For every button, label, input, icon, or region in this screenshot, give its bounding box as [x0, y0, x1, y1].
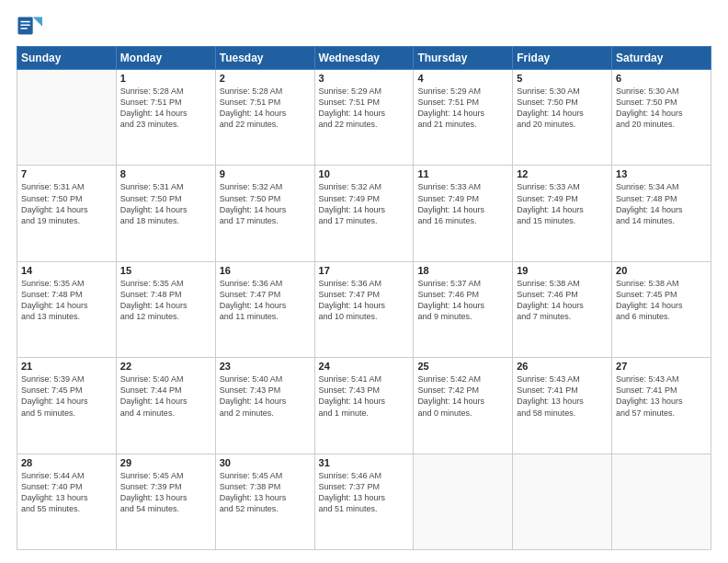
calendar-week-row: 28Sunrise: 5:44 AMSunset: 7:40 PMDayligh… [17, 454, 711, 549]
calendar-cell: 14Sunrise: 5:35 AMSunset: 7:48 PMDayligh… [17, 261, 117, 357]
calendar-cell: 17Sunrise: 5:36 AMSunset: 7:47 PMDayligh… [314, 261, 414, 357]
day-number: 25 [417, 361, 508, 372]
day-number: 26 [517, 361, 608, 372]
calendar-cell [414, 454, 513, 549]
cell-line: and 52 minutes. [220, 503, 311, 514]
calendar-cell: 4Sunrise: 5:29 AMSunset: 7:51 PMDaylight… [414, 70, 513, 166]
day-number: 17 [319, 265, 410, 276]
calendar-cell: 9Sunrise: 5:32 AMSunset: 7:50 PMDaylight… [215, 166, 314, 261]
cell-line: Sunset: 7:50 PM [616, 97, 707, 108]
cell-line: Daylight: 13 hours [220, 492, 311, 503]
calendar-cell: 13Sunrise: 5:34 AMSunset: 7:48 PMDayligh… [612, 166, 711, 261]
calendar-cell: 24Sunrise: 5:41 AMSunset: 7:43 PMDayligh… [314, 358, 414, 454]
cell-line: Sunset: 7:41 PM [517, 385, 608, 396]
cell-line: Daylight: 14 hours [319, 108, 410, 119]
day-number: 22 [120, 361, 211, 372]
calendar-cell: 26Sunrise: 5:43 AMSunset: 7:41 PMDayligh… [513, 358, 612, 454]
calendar-week-row: 7Sunrise: 5:31 AMSunset: 7:50 PMDaylight… [17, 166, 711, 261]
cell-line: Sunrise: 5:28 AM [120, 86, 211, 97]
cell-line: Sunrise: 5:43 AM [517, 373, 608, 385]
page: SundayMondayTuesdayWednesdayThursdayFrid… [0, 0, 728, 563]
cell-line: Sunrise: 5:32 AM [319, 181, 410, 192]
cell-line: Sunset: 7:48 PM [21, 289, 112, 300]
cell-line: Daylight: 14 hours [21, 396, 112, 407]
calendar-cell: 16Sunrise: 5:36 AMSunset: 7:47 PMDayligh… [215, 261, 314, 357]
cell-line: and 0 minutes. [417, 408, 508, 419]
cell-line: Sunrise: 5:45 AM [120, 470, 211, 481]
cell-line: and 15 minutes. [517, 215, 608, 226]
cell-line: Sunrise: 5:31 AM [21, 181, 112, 192]
weekday-header: Thursday [414, 47, 513, 70]
weekday-header: Monday [116, 47, 215, 70]
calendar-cell: 21Sunrise: 5:39 AMSunset: 7:45 PMDayligh… [17, 358, 117, 454]
logo [17, 13, 46, 39]
cell-line: Sunrise: 5:32 AM [220, 181, 311, 192]
cell-line: and 14 minutes. [616, 215, 707, 226]
cell-line: Daylight: 14 hours [417, 300, 508, 311]
cell-line: and 16 minutes. [417, 215, 508, 226]
weekday-header: Friday [513, 47, 612, 70]
cell-line: Sunrise: 5:30 AM [616, 86, 707, 97]
cell-line: Sunrise: 5:42 AM [417, 373, 508, 385]
day-number: 14 [21, 265, 112, 276]
calendar-cell: 22Sunrise: 5:40 AMSunset: 7:44 PMDayligh… [116, 358, 215, 454]
cell-line: Sunset: 7:37 PM [319, 481, 410, 492]
cell-line: Daylight: 14 hours [517, 300, 608, 311]
cell-line: and 57 minutes. [616, 408, 707, 419]
day-number: 12 [517, 168, 608, 179]
cell-line: Daylight: 14 hours [319, 300, 410, 311]
cell-line: Daylight: 14 hours [120, 300, 211, 311]
cell-line: and 4 minutes. [120, 408, 211, 419]
cell-line: and 21 minutes. [417, 119, 508, 130]
cell-line: Daylight: 14 hours [319, 396, 410, 407]
calendar-cell: 8Sunrise: 5:31 AMSunset: 7:50 PMDaylight… [116, 166, 215, 261]
cell-line: Sunset: 7:45 PM [616, 289, 707, 300]
cell-line: Sunrise: 5:33 AM [517, 181, 608, 192]
cell-line: Sunset: 7:49 PM [517, 193, 608, 204]
day-number: 10 [319, 168, 410, 179]
cell-line: and 51 minutes. [319, 503, 410, 514]
cell-line: Sunset: 7:51 PM [220, 97, 311, 108]
cell-line: Sunset: 7:51 PM [120, 97, 211, 108]
day-number: 21 [21, 361, 112, 372]
cell-line: Daylight: 13 hours [21, 492, 112, 503]
cell-line: and 10 minutes. [319, 311, 410, 322]
svg-marker-1 [33, 17, 42, 26]
cell-line: Daylight: 14 hours [616, 300, 707, 311]
cell-line: Sunset: 7:51 PM [417, 97, 508, 108]
cell-line: Sunrise: 5:37 AM [417, 278, 508, 289]
cell-line: Sunset: 7:48 PM [120, 289, 211, 300]
day-number: 31 [319, 457, 410, 468]
cell-line: Daylight: 14 hours [616, 204, 707, 215]
cell-line: Sunrise: 5:40 AM [220, 373, 311, 385]
cell-line: Daylight: 14 hours [220, 396, 311, 407]
cell-line: and 22 minutes. [319, 119, 410, 130]
calendar-cell: 15Sunrise: 5:35 AMSunset: 7:48 PMDayligh… [116, 261, 215, 357]
cell-line: Sunset: 7:46 PM [517, 289, 608, 300]
cell-line: and 20 minutes. [616, 119, 707, 130]
calendar-week-row: 21Sunrise: 5:39 AMSunset: 7:45 PMDayligh… [17, 358, 711, 454]
day-number: 5 [517, 73, 608, 84]
cell-line: Sunrise: 5:36 AM [319, 278, 410, 289]
calendar-cell: 6Sunrise: 5:30 AMSunset: 7:50 PMDaylight… [612, 70, 711, 166]
cell-line: Daylight: 14 hours [517, 204, 608, 215]
cell-line: Sunrise: 5:35 AM [120, 278, 211, 289]
cell-line: and 18 minutes. [120, 215, 211, 226]
calendar-cell: 23Sunrise: 5:40 AMSunset: 7:43 PMDayligh… [215, 358, 314, 454]
day-number: 8 [120, 168, 211, 179]
cell-line: and 17 minutes. [220, 215, 311, 226]
calendar-cell: 7Sunrise: 5:31 AMSunset: 7:50 PMDaylight… [17, 166, 117, 261]
weekday-header: Wednesday [314, 47, 414, 70]
calendar-cell: 31Sunrise: 5:46 AMSunset: 7:37 PMDayligh… [314, 454, 414, 549]
cell-line: Sunset: 7:40 PM [21, 481, 112, 492]
cell-line: and 11 minutes. [220, 311, 311, 322]
cell-line: Sunrise: 5:29 AM [417, 86, 508, 97]
cell-line: Sunset: 7:45 PM [21, 385, 112, 396]
cell-line: and 20 minutes. [517, 119, 608, 130]
cell-line: Daylight: 13 hours [517, 396, 608, 407]
cell-line: Sunrise: 5:33 AM [417, 181, 508, 192]
calendar-cell: 18Sunrise: 5:37 AMSunset: 7:46 PMDayligh… [414, 261, 513, 357]
day-number: 1 [120, 73, 211, 84]
cell-line: Daylight: 14 hours [21, 300, 112, 311]
cell-line: Sunset: 7:49 PM [319, 193, 410, 204]
